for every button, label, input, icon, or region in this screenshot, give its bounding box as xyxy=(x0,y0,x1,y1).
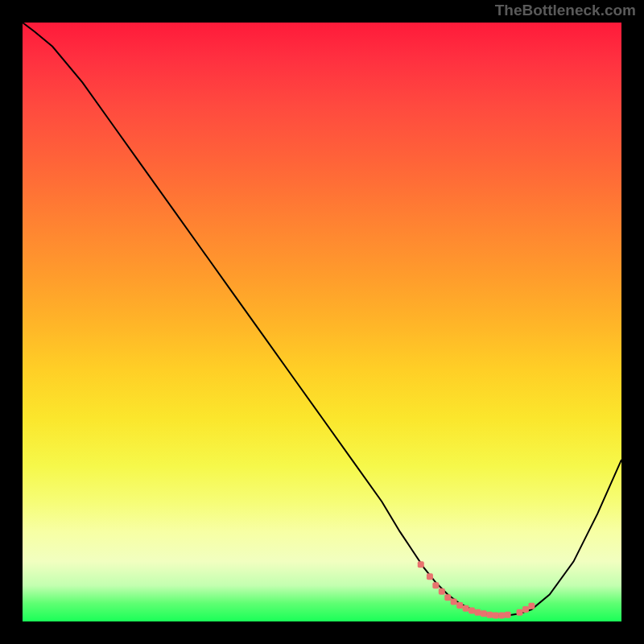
marker-point xyxy=(439,588,445,595)
marker-point xyxy=(522,606,529,613)
marker-point xyxy=(486,612,493,618)
marker-point xyxy=(498,613,505,619)
highlight-markers xyxy=(418,561,535,618)
marker-point xyxy=(427,573,433,580)
marker-point xyxy=(444,594,451,601)
marker-point xyxy=(517,609,523,616)
marker-point xyxy=(469,608,475,614)
plot-area xyxy=(23,23,621,621)
marker-point xyxy=(463,605,469,612)
curve-svg xyxy=(23,23,621,621)
marker-point xyxy=(474,609,481,616)
marker-point xyxy=(493,613,499,619)
marker-point xyxy=(451,598,457,605)
marker-point xyxy=(481,610,487,617)
marker-point xyxy=(456,602,463,609)
marker-point xyxy=(418,561,424,568)
marker-point xyxy=(432,582,439,588)
marker-point xyxy=(505,612,511,618)
bottleneck-curve xyxy=(23,23,621,616)
watermark-text: TheBottleneck.com xyxy=(495,2,636,19)
marker-point xyxy=(528,603,535,609)
